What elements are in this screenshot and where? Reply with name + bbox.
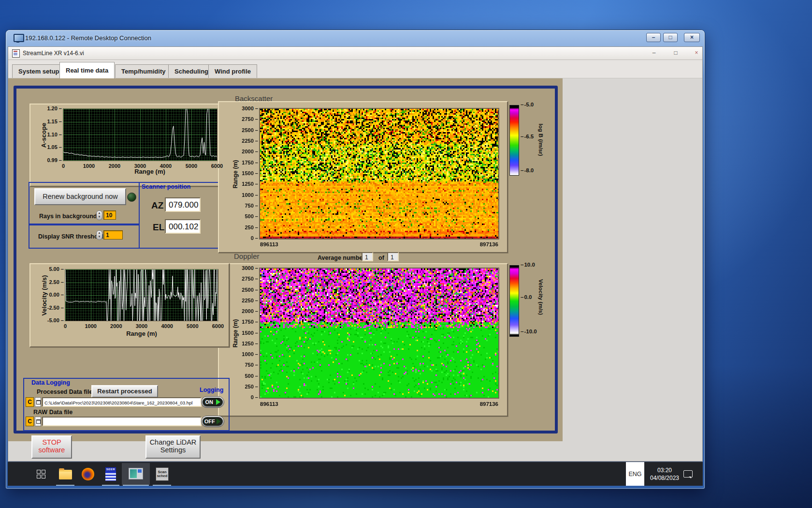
renew-background-led bbox=[127, 193, 136, 202]
tab-real-time-data[interactable]: Real time data bbox=[59, 62, 115, 78]
stop-software-button[interactable]: STOP software bbox=[31, 435, 72, 459]
close-button[interactable]: × bbox=[684, 33, 700, 42]
processed-drive-selector[interactable]: C bbox=[26, 397, 34, 407]
explorer-running-indicator bbox=[56, 485, 74, 486]
rdp-window-title: 192.168.0.122 - Remote Desktop Connectio… bbox=[25, 34, 151, 42]
doppler-title: Doppler bbox=[234, 252, 260, 260]
axis-tick-label: 3000 bbox=[236, 105, 258, 111]
doppler-xmin-label: 896113 bbox=[260, 401, 278, 407]
average-number-field[interactable]: 1 bbox=[362, 252, 373, 261]
axis-tick-label: 2.50 bbox=[42, 279, 64, 285]
axis-tick-label: 1500 bbox=[236, 330, 258, 336]
axis-tick-label: 1250 bbox=[236, 341, 258, 346]
axis-tick-label: 500 bbox=[236, 373, 258, 379]
doppler-xmax-label: 897136 bbox=[464, 401, 498, 407]
axis-tick-label: 250 bbox=[236, 224, 258, 230]
app-minimize-button[interactable]: – bbox=[647, 49, 661, 57]
velocity-plot bbox=[65, 269, 218, 321]
axis-tick-label: 2750 bbox=[236, 116, 258, 122]
axis-tick-label: 2250 bbox=[236, 138, 258, 144]
axis-tick-label: 2500 bbox=[236, 287, 258, 293]
scansched-running-indicator bbox=[153, 485, 171, 486]
doppler-colorbar-label: Velocity (m/s) bbox=[538, 268, 544, 326]
axis-tick-label: 2000 bbox=[236, 149, 258, 154]
tab-scheduling[interactable]: Scheduling bbox=[168, 64, 215, 78]
app-restore-button[interactable]: □ bbox=[668, 49, 683, 57]
axis-tick-label: 1.05 bbox=[40, 144, 62, 150]
axis-tick-label: 0.99 bbox=[40, 157, 62, 163]
axis-tick-label: 0 bbox=[54, 163, 73, 169]
colorbar-tick-label: -10.0 bbox=[521, 329, 537, 334]
file-explorer-icon[interactable] bbox=[59, 470, 72, 479]
axis-tick-label: 4000 bbox=[156, 163, 175, 169]
backscatter-xmax-label: 897136 bbox=[464, 241, 498, 247]
axis-tick-label: 1500 bbox=[236, 170, 258, 176]
average-total-field[interactable]: 1 bbox=[387, 252, 399, 261]
tab-temp-humidity[interactable]: Temp/humidity bbox=[115, 64, 172, 78]
notification-center-icon[interactable] bbox=[683, 470, 693, 478]
axis-tick-label: 750 bbox=[236, 203, 258, 209]
axis-tick-label: 1.15 bbox=[40, 119, 62, 124]
tab-strip: System setup Real time data Temp/humidit… bbox=[8, 60, 702, 78]
tab-wind-profile[interactable]: Wind profile bbox=[208, 64, 257, 78]
restart-processed-file-button[interactable]: Restart processed file bbox=[91, 385, 158, 398]
rays-spinner[interactable]: ▲▼ bbox=[96, 210, 102, 220]
remote-desktop-icon bbox=[14, 34, 24, 42]
processed-browse-icon[interactable] bbox=[35, 397, 41, 407]
seer-running-indicator bbox=[102, 485, 119, 486]
raw-logging-toggle[interactable]: OFF bbox=[201, 416, 224, 427]
minimize-button[interactable]: – bbox=[646, 33, 661, 42]
processed-logging-toggle[interactable]: ON bbox=[201, 396, 224, 408]
axis-tick-label: 1750 bbox=[236, 319, 258, 325]
axis-tick-label: 6000 bbox=[208, 323, 228, 329]
axis-tick-label: 1250 bbox=[236, 181, 258, 187]
scan-scheduler-icon[interactable]: Scan sched bbox=[156, 467, 169, 481]
axis-tick-label: 1000 bbox=[236, 351, 258, 357]
tab-system-setup[interactable]: System setup bbox=[12, 64, 66, 78]
az-value-field[interactable]: 079.000 bbox=[165, 197, 201, 212]
el-value-field[interactable]: 000.102 bbox=[165, 219, 201, 234]
processed-path-field[interactable]: C:\Lidar\Data\Proc\2023\202308\20230804\… bbox=[42, 397, 202, 407]
raw-browse-icon[interactable] bbox=[35, 417, 41, 426]
clock-time[interactable]: 03:20 bbox=[648, 467, 682, 474]
axis-tick-label: 6000 bbox=[207, 163, 227, 169]
active-app-taskbar-button[interactable] bbox=[122, 463, 150, 485]
raw-data-file-label: RAW Data file bbox=[33, 409, 72, 416]
axis-tick-label: 3000 bbox=[132, 323, 151, 329]
axis-tick-label: 1000 bbox=[81, 323, 101, 329]
ascope-plot bbox=[63, 109, 217, 161]
maximize-button[interactable]: □ bbox=[663, 33, 678, 42]
rays-value-field[interactable]: 10 bbox=[103, 210, 116, 220]
backscatter-colorbar-label: log B (/m/sr) bbox=[538, 111, 544, 169]
raw-drive-selector[interactable]: C bbox=[26, 417, 34, 426]
snr-value-field[interactable]: 1 bbox=[103, 230, 123, 239]
axis-tick-label: 2000 bbox=[105, 163, 124, 169]
change-line2: Settings bbox=[146, 446, 200, 454]
doppler-heatmap bbox=[260, 269, 498, 398]
start-button[interactable] bbox=[37, 470, 46, 479]
app-titlebar[interactable]: StreamLine XR v14-6.vi – □ × bbox=[8, 47, 702, 60]
renew-background-button[interactable]: Renew background now bbox=[34, 188, 126, 205]
on-label: ON bbox=[205, 399, 214, 405]
seer-app-icon[interactable]: SEER bbox=[105, 467, 116, 481]
change-lidar-settings-button[interactable]: Change LiDAR Settings bbox=[145, 435, 201, 459]
app-close-button[interactable]: × bbox=[689, 49, 703, 57]
streamline-app-window: StreamLine XR v14-6.vi – □ × System setu… bbox=[8, 46, 703, 462]
rays-in-background-label: Rays in background bbox=[39, 213, 97, 220]
stop-line2: software bbox=[32, 446, 71, 454]
clock-date[interactable]: 04/08/2023 bbox=[645, 475, 684, 481]
backscatter-heatmap bbox=[260, 109, 498, 239]
snr-spinner[interactable]: ▲▼ bbox=[96, 230, 102, 240]
firefox-icon[interactable] bbox=[82, 468, 94, 480]
change-line1: Change LiDAR bbox=[146, 438, 200, 446]
average-number-label: Average number bbox=[318, 254, 365, 261]
language-indicator[interactable]: ENG bbox=[626, 462, 644, 486]
raw-path-field[interactable] bbox=[42, 417, 202, 426]
axis-tick-label: 5000 bbox=[182, 163, 201, 169]
axis-tick-label: 1.10 bbox=[40, 132, 62, 137]
data-logging-title: Data Logging bbox=[31, 379, 70, 386]
axis-tick-label: 750 bbox=[236, 362, 258, 368]
axis-tick-label: 4000 bbox=[158, 323, 177, 329]
rdp-titlebar[interactable]: 192.168.0.122 - Remote Desktop Connectio… bbox=[8, 30, 703, 46]
processed-data-file-label: Processed Data file bbox=[37, 388, 92, 395]
